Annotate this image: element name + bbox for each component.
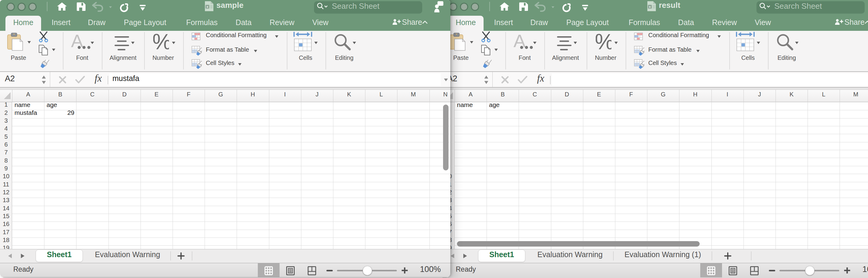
svg-text:A: A xyxy=(514,33,526,50)
svg-text:x: x xyxy=(207,5,208,8)
svg-text:%: % xyxy=(596,33,612,51)
svg-text:x: x xyxy=(649,5,651,8)
svg-text:A: A xyxy=(71,33,83,50)
svg-text:%: % xyxy=(153,33,169,51)
